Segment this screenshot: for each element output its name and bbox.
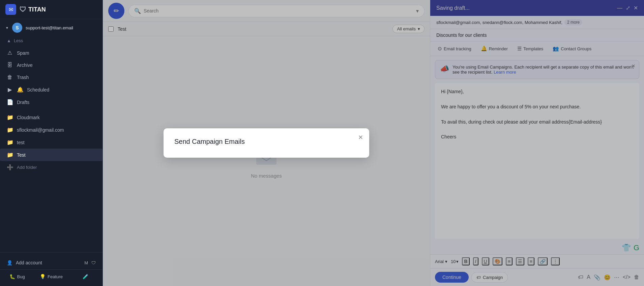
account-row[interactable]: ▼ S support-test@titan.email — [0, 19, 103, 36]
sidebar: ✉ 🛡 TITAN ▼ S support-test@titan.email ▲… — [0, 0, 103, 286]
add-folder-button[interactable]: ➕ Add folder — [0, 161, 103, 174]
chevron-up-icon: ▲ — [7, 38, 11, 43]
compose-subject-field[interactable]: Discounts for our clients — [430, 29, 644, 42]
color-button[interactable]: 🎨 — [493, 257, 502, 265]
reminder-button[interactable]: 🔔 Reminder — [478, 44, 510, 53]
titan-mini-icon: 🛡 — [91, 260, 96, 265]
more-recipients-badge: 2 more — [564, 19, 582, 25]
sidebar-item-sflockmail[interactable]: 📁 sflockmail@gmail.com — [0, 124, 103, 136]
expand-button[interactable]: ⤢ — [626, 5, 630, 11]
archive-icon: 🗄 — [7, 62, 13, 68]
recipient-chip: sflockmail@gmail.com, snedann@flock.com,… — [436, 20, 562, 25]
compose-actions-row: Continue 🏷 Campaign 🏷 A 📎 😊 ⋯ </> 🗑 — [430, 268, 644, 286]
tag-icon[interactable]: 🏷 — [578, 274, 583, 280]
compose-draft-title: Saving draft... — [436, 5, 470, 11]
modal-overlay: Send Campaign Emails ✕ — [103, 0, 430, 286]
tshirt-icon: 👕 — [622, 243, 631, 252]
sidebar-item-cloudmark[interactable]: 📁 Cloudmark — [0, 111, 103, 124]
tab-flask[interactable]: 🧪 — [68, 270, 103, 283]
format-bar: Arial ▾ 10 ▾ B I U 🎨 ≡ ☰ ≡ 🔗 ⋮ — [430, 254, 644, 268]
feature-icon: 💡 — [40, 274, 46, 279]
add-account-icon: 👤 — [7, 260, 12, 265]
tab-feature[interactable]: 💡 Feature — [34, 270, 68, 283]
sidebar-item-trash[interactable]: 🗑 Trash — [0, 71, 103, 83]
text-size-icon[interactable]: A — [587, 274, 590, 280]
grammarly-icon: G — [634, 243, 639, 252]
compose-to-field[interactable]: sflockmail@gmail.com, snedann@flock.com,… — [430, 16, 644, 29]
sidebar-item-scheduled[interactable]: ▶ 🔔 Scheduled — [0, 83, 103, 96]
account-email: support-test@titan.email — [26, 25, 97, 30]
campaign-notice-close-button[interactable]: ✕ — [632, 63, 636, 69]
sidebar-nav: ⚠ Spam 🗄 Archive 🗑 Trash ▶ 🔔 Scheduled 📄… — [0, 45, 103, 175]
delete-draft-icon[interactable]: 🗑 — [634, 274, 639, 280]
bottom-tabs: 🐛 Bug 💡 Feature 🧪 — [0, 269, 103, 283]
drafts-icon: 📄 — [7, 99, 13, 105]
emoji-icon[interactable]: 😊 — [604, 274, 611, 281]
align-button[interactable]: ≡ — [506, 257, 513, 265]
modal-title: Send Campaign Emails — [174, 138, 358, 146]
campaign-notice: 📣 You're using Email Campaigns. Each rec… — [435, 60, 639, 79]
folder-icon: 📁 — [7, 114, 13, 121]
sidebar-item-test-lower[interactable]: 📁 test — [0, 136, 103, 149]
less-toggle[interactable]: ▲ Less — [0, 36, 103, 45]
link-button[interactable]: 🔗 — [538, 257, 548, 265]
sidebar-item-test[interactable]: 📁 Test — [0, 149, 103, 161]
campaign-btn-icon: 🏷 — [476, 275, 481, 280]
code-icon[interactable]: </> — [623, 274, 631, 280]
tab-bug[interactable]: 🐛 Bug — [0, 270, 34, 283]
bell-icon: 🔔 — [17, 86, 23, 93]
body-line-5: To avail this, during check out please a… — [441, 118, 633, 126]
add-folder-icon: ➕ — [7, 164, 13, 171]
action-icons: 🏷 A 📎 😊 ⋯ </> 🗑 — [578, 274, 639, 281]
templates-button[interactable]: ☰ Templates — [515, 44, 546, 53]
bold-button[interactable]: B — [462, 257, 469, 265]
minimize-button[interactable]: — — [617, 5, 622, 11]
font-size-selector[interactable]: 10 ▾ — [451, 259, 459, 264]
modal-close-button[interactable]: ✕ — [358, 134, 363, 140]
continue-button[interactable]: Continue — [435, 272, 469, 283]
compose-body[interactable]: Hi {Name}, We are happy to offer you a d… — [435, 83, 639, 239]
sidebar-item-spam[interactable]: ⚠ Spam — [0, 47, 103, 59]
titan-shield-icon: 🛡 — [20, 6, 26, 14]
templates-icon: ☰ — [517, 46, 522, 52]
titan-logo: 🛡 TITAN — [20, 6, 46, 14]
font-selector[interactable]: Arial ▾ — [435, 259, 447, 264]
contact-groups-icon: 👥 — [553, 46, 559, 52]
folder-icon: 📁 — [7, 139, 13, 146]
spam-icon: ⚠ — [7, 50, 13, 56]
body-line-7: Cheers — [441, 133, 633, 140]
contact-groups-button[interactable]: 👥 Contact Groups — [550, 44, 594, 53]
attachment-icon[interactable]: 📎 — [594, 274, 601, 281]
trash-icon: 🗑 — [7, 74, 13, 80]
sidebar-header: ✉ 🛡 TITAN — [0, 0, 103, 19]
learn-more-link[interactable]: Learn more — [494, 70, 516, 75]
add-account-button[interactable]: 👤 Add account M 🛡 — [0, 256, 103, 269]
compose-panel: Saving draft... — ⤢ ✕ sflockmail@gmail.c… — [430, 0, 644, 286]
scheduled-arrow-icon: ▶ — [7, 86, 13, 93]
sidebar-item-archive[interactable]: 🗄 Archive — [0, 59, 103, 71]
sidebar-footer: 👤 Add account M 🛡 🐛 Bug 💡 Feature 🧪 — [0, 252, 103, 286]
more-icon[interactable]: ⋯ — [614, 274, 619, 281]
compose-header: Saving draft... — ⤢ ✕ — [430, 0, 644, 16]
folder-icon: 📁 — [7, 152, 13, 158]
gmail-icon: M — [84, 260, 88, 265]
body-line-1: Hi {Name}, — [441, 88, 633, 95]
list-button[interactable]: ☰ — [516, 257, 524, 265]
ordered-list-button[interactable]: ≡ — [528, 257, 534, 265]
campaign-notice-icon: 📣 — [440, 64, 449, 73]
campaign-button[interactable]: 🏷 Campaign — [471, 272, 508, 283]
email-tracking-button[interactable]: ⊙ Email tracking — [435, 44, 474, 53]
sidebar-item-drafts[interactable]: 📄 Drafts — [0, 96, 103, 108]
reminder-icon: 🔔 — [481, 46, 487, 52]
compose-header-actions: — ⤢ ✕ — [617, 5, 638, 11]
italic-button[interactable]: I — [473, 257, 478, 265]
compose-feature-toolbar: ⊙ Email tracking 🔔 Reminder ☰ Templates … — [430, 42, 644, 56]
bug-icon: 🐛 — [9, 274, 15, 279]
compose-footer-actions: 👕 G — [430, 241, 644, 254]
close-compose-button[interactable]: ✕ — [634, 5, 638, 11]
email-tracking-icon: ⊙ — [438, 46, 442, 52]
chevron-down-icon: ▼ — [5, 26, 9, 30]
more-format-button[interactable]: ⋮ — [551, 257, 560, 265]
email-app-icon: ✉ — [5, 4, 16, 15]
underline-button[interactable]: U — [482, 257, 489, 265]
